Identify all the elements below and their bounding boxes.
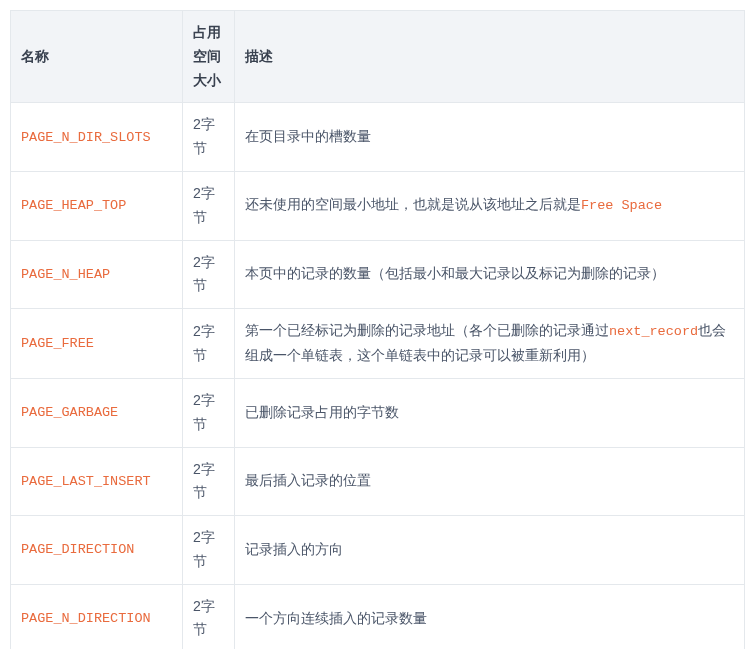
desc-text: 最后插入记录的位置 xyxy=(245,472,371,488)
field-desc: 记录插入的方向 xyxy=(235,516,745,585)
field-size: 2字节 xyxy=(183,447,235,516)
field-name-code: PAGE_N_DIRECTION xyxy=(21,611,151,626)
desc-text: 已删除记录占用的字节数 xyxy=(245,404,399,420)
table-row: PAGE_LAST_INSERT2字节最后插入记录的位置 xyxy=(11,447,745,516)
table-row: PAGE_HEAP_TOP2字节还未使用的空间最小地址，也就是说从该地址之后就是… xyxy=(11,171,745,240)
field-size: 2字节 xyxy=(183,309,235,379)
field-size: 2字节 xyxy=(183,103,235,172)
field-size: 2字节 xyxy=(183,240,235,309)
table-row: PAGE_FREE2字节第一个已经标记为删除的记录地址（各个已删除的记录通过ne… xyxy=(11,309,745,379)
field-name-code: PAGE_HEAP_TOP xyxy=(21,198,126,213)
table-row: PAGE_N_DIR_SLOTS2字节在页目录中的槽数量 xyxy=(11,103,745,172)
col-header-name: 名称 xyxy=(11,11,183,103)
desc-text: 第一个已经标记为删除的记录地址（各个已删除的记录通过 xyxy=(245,322,609,338)
field-desc: 本页中的记录的数量（包括最小和最大记录以及标记为删除的记录） xyxy=(235,240,745,309)
col-header-desc: 描述 xyxy=(235,11,745,103)
field-name-code: PAGE_N_HEAP xyxy=(21,267,110,282)
field-desc: 第一个已经标记为删除的记录地址（各个已删除的记录通过next_record也会组… xyxy=(235,309,745,379)
field-size: 2字节 xyxy=(183,516,235,585)
desc-text: 本页中的记录的数量（包括最小和最大记录以及标记为删除的记录） xyxy=(245,265,665,281)
table-row: PAGE_GARBAGE2字节已删除记录占用的字节数 xyxy=(11,378,745,447)
field-size: 2字节 xyxy=(183,171,235,240)
field-name-code: PAGE_LAST_INSERT xyxy=(21,474,151,489)
desc-text: 在页目录中的槽数量 xyxy=(245,128,371,144)
table-row: PAGE_N_DIRECTION2字节一个方向连续插入的记录数量 xyxy=(11,584,745,649)
desc-text: 一个方向连续插入的记录数量 xyxy=(245,610,427,626)
field-name-code: PAGE_DIRECTION xyxy=(21,542,134,557)
table-row: PAGE_DIRECTION2字节记录插入的方向 xyxy=(11,516,745,585)
table-header-row: 名称 占用空间大小 描述 xyxy=(11,11,745,103)
field-name-code: PAGE_FREE xyxy=(21,336,94,351)
field-desc: 在页目录中的槽数量 xyxy=(235,103,745,172)
field-desc: 一个方向连续插入的记录数量 xyxy=(235,584,745,649)
field-name-code: PAGE_GARBAGE xyxy=(21,405,118,420)
field-size: 2字节 xyxy=(183,378,235,447)
table-row: PAGE_N_HEAP2字节本页中的记录的数量（包括最小和最大记录以及标记为删除… xyxy=(11,240,745,309)
page-header-fields-table: 名称 占用空间大小 描述 PAGE_N_DIR_SLOTS2字节在页目录中的槽数… xyxy=(10,10,745,649)
inline-code: Free Space xyxy=(581,198,662,213)
inline-code: next_record xyxy=(609,324,698,339)
field-desc: 已删除记录占用的字节数 xyxy=(235,378,745,447)
desc-text: 还未使用的空间最小地址，也就是说从该地址之后就是 xyxy=(245,196,581,212)
col-header-size: 占用空间大小 xyxy=(183,11,235,103)
field-name-code: PAGE_N_DIR_SLOTS xyxy=(21,130,151,145)
field-size: 2字节 xyxy=(183,584,235,649)
field-desc: 最后插入记录的位置 xyxy=(235,447,745,516)
field-desc: 还未使用的空间最小地址，也就是说从该地址之后就是Free Space xyxy=(235,171,745,240)
desc-text: 记录插入的方向 xyxy=(245,541,343,557)
